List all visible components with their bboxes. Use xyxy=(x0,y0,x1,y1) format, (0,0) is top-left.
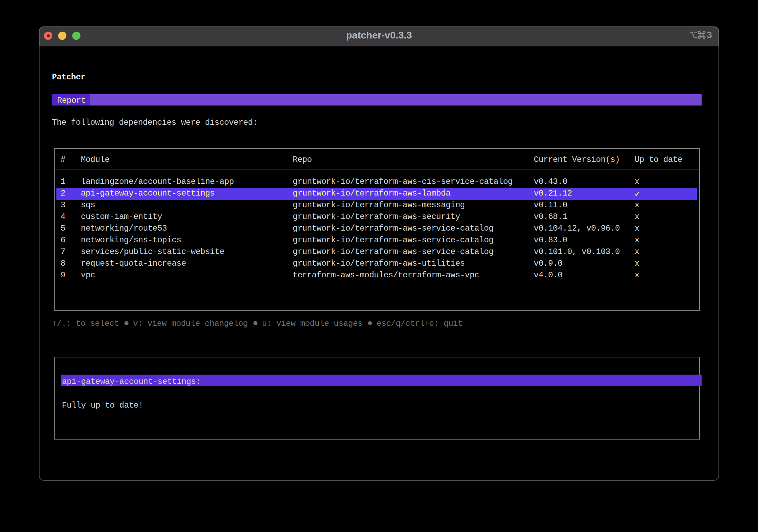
svg-text:3: 3 xyxy=(707,31,712,39)
